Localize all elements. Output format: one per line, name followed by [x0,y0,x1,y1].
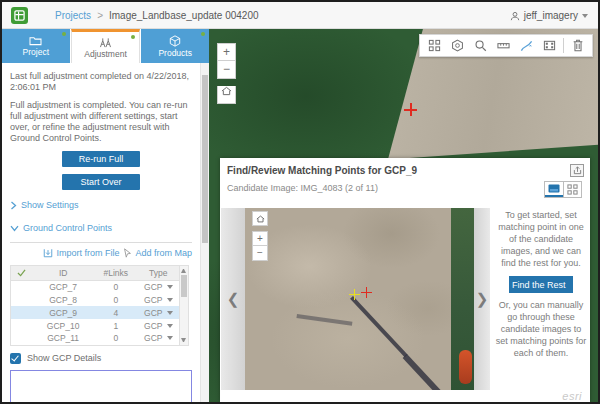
cell-links: 0 [94,332,138,345]
row-select-cell[interactable] [11,319,33,332]
gcp-marker-red-cross[interactable] [404,103,417,116]
import-from-file-link[interactable]: Import from File [43,248,119,259]
gcp-section-toggle[interactable]: Ground Control Points [10,223,192,234]
cell-id: GCP_9 [32,306,94,319]
table-row-gcp11[interactable]: GCP_11 0 GCP [11,332,180,345]
type-caret-icon [167,336,173,340]
breadcrumb-separator: > [97,10,103,21]
matching-panel-title: Find/Review Matching Points for GCP_9 [227,165,417,176]
instructions-column: To get started, set matching point in on… [490,208,592,390]
next-image-button[interactable]: ❯ [474,208,490,390]
cell-type-dropdown[interactable]: GCP [138,306,180,319]
start-over-button[interactable]: Start Over [62,174,140,190]
cell-type-dropdown[interactable]: GCP [138,293,180,306]
breadcrumb-projects-link[interactable]: Projects [55,10,91,21]
scrollbar-thumb[interactable] [202,75,208,243]
scrollbar-thumb[interactable] [181,275,187,297]
cell-type-dropdown[interactable]: GCP [138,332,180,345]
project-title: Image_Landbase_update 004200 [109,10,259,21]
rerun-full-button[interactable]: Re-run Full [62,151,140,167]
left-panel-scrollbar[interactable] [200,63,209,402]
column-header-id[interactable]: ID [32,265,94,280]
import-file-icon [43,248,53,258]
row-select-cell[interactable] [11,280,33,293]
instruction-get-started: To get started, set matching point in on… [495,210,587,269]
gcp-table-header: ID #Links Type [11,265,180,280]
cell-id: GCP_7 [32,280,94,293]
tab-label: Adjustment [84,49,127,59]
gcp-red-cross[interactable] [361,287,372,298]
apps-grid-icon[interactable] [423,35,446,56]
table-row-gcp8[interactable]: GCP_8 0 GCP [11,293,180,306]
column-header-type[interactable]: Type [138,265,180,280]
cell-links: 0 [94,293,138,306]
user-menu[interactable]: jeff_imagery [510,2,588,29]
cube-icon [169,35,181,47]
show-gcp-details-checkbox[interactable] [10,353,21,364]
map-zoom-controls: + − [217,43,236,104]
table-row-gcp9-selected[interactable]: GCP_9 4 GCP [11,306,180,319]
matching-points-panel: Find/Review Matching Points for GCP_9 Ca… [220,158,590,402]
tab-products[interactable]: Products [141,29,209,63]
top-bar: Projects > Image_Landbase_update 004200 … [2,2,598,29]
home-icon [256,215,265,223]
find-the-rest-button[interactable]: Find the Rest [509,276,573,293]
username-label: jeff_imagery [524,10,578,21]
row-select-cell[interactable] [11,293,33,306]
gcp-table-scrollbar[interactable] [180,265,189,346]
column-header-links[interactable]: #Links [94,265,138,280]
import-from-file-label: Import from File [56,248,119,259]
cell-type-dropdown[interactable]: GCP [138,319,180,332]
add-from-map-label: Add from Map [135,248,192,259]
expand-panel-button[interactable] [570,164,584,177]
basemap-hexagon-icon[interactable] [446,35,469,56]
map-toolbar [419,34,593,57]
folder-icon [29,35,42,46]
map-canvas[interactable]: + − [209,29,598,402]
tab-project[interactable]: Project [2,29,70,63]
candidate-viewer: ❮ [221,208,592,390]
cell-type-dropdown[interactable]: GCP [138,280,180,293]
grid-view-toggle[interactable] [563,182,581,197]
trash-icon[interactable] [566,35,589,56]
viewer-zoom-out-button[interactable]: − [252,246,268,261]
table-row-gcp7[interactable]: GCP_7 0 GCP [11,280,180,293]
show-settings-toggle[interactable]: Show Settings [10,200,192,211]
search-icon[interactable] [469,35,492,56]
row-select-cell[interactable] [11,332,33,345]
cell-links: 0 [94,280,138,293]
sketch-gcp-icon[interactable] [515,35,538,56]
section-divider [10,242,192,243]
single-image-view-toggle[interactable] [545,182,563,197]
header-check-cell[interactable] [11,265,33,280]
arrow-shadow [296,314,352,326]
adjustment-panel-content: Last full adjustment completed on 4/22/2… [2,63,200,402]
candidate-image[interactable]: + − [245,208,474,390]
app-logo-icon[interactable] [11,7,28,24]
scroll-up-icon[interactable] [181,269,186,273]
type-caret-icon [167,324,173,328]
image-windows-icon[interactable] [538,35,561,56]
table-row-gcp10[interactable]: GCP_10 1 GCP [11,319,180,332]
map-zoom-in-button[interactable]: + [217,43,236,61]
viewer-zoom-in-button[interactable]: + [252,231,268,246]
tab-label: Products [158,48,192,58]
matching-point-yellow-cross[interactable] [349,289,360,300]
map-home-button[interactable] [217,86,236,104]
row-select-cell[interactable] [11,306,33,319]
viewer-home-button[interactable] [252,211,268,226]
measure-icon[interactable] [492,35,515,56]
user-chevron-down-icon [582,14,588,18]
previous-image-button[interactable]: ❮ [221,208,245,390]
tab-label: Project [23,47,49,57]
map-zoom-out-button[interactable]: − [217,61,236,79]
show-gcp-details-label: Show GCP Details [27,353,101,364]
status-dot [131,35,135,39]
map-cursor-icon [123,248,132,258]
scroll-down-icon[interactable] [181,338,186,342]
add-from-map-link[interactable]: Add from Map [123,248,192,259]
image-orange-object [459,350,472,384]
tab-adjustment[interactable]: Adjustment [71,29,141,63]
breadcrumb: Projects > Image_Landbase_update 004200 [55,10,259,21]
pole-shadow [350,296,407,357]
